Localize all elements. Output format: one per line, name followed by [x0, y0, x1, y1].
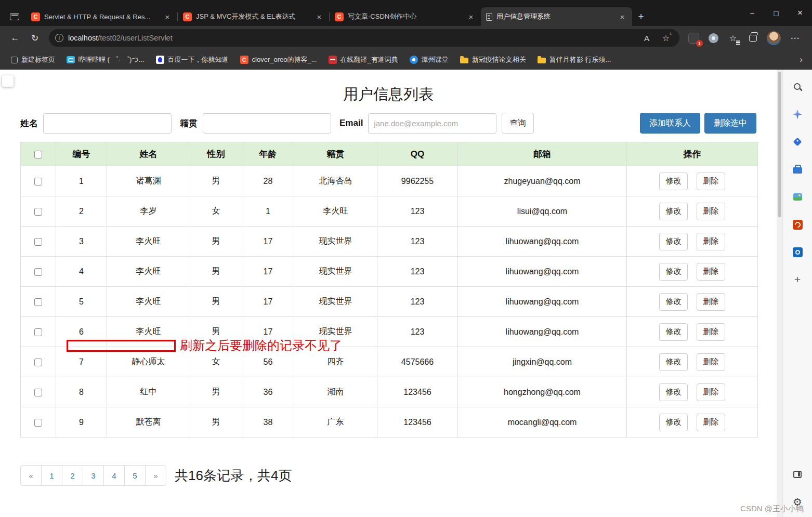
refresh-button[interactable]: ↻: [25, 28, 45, 48]
edit-button[interactable]: 修改: [659, 203, 688, 220]
row-checkbox[interactable]: [34, 359, 42, 366]
cell-id: 2: [56, 196, 107, 227]
delete-button[interactable]: 删除: [697, 263, 725, 281]
bookmark-label: 在线翻译_有道词典: [340, 55, 398, 64]
back-button[interactable]: ←: [5, 28, 25, 48]
cell-name: 李火旺: [107, 287, 190, 317]
edit-button[interactable]: 修改: [659, 414, 688, 431]
maximize-button[interactable]: □: [764, 0, 788, 26]
row-checkbox[interactable]: [34, 389, 42, 396]
new-tab-button[interactable]: +: [632, 8, 650, 25]
extension-round-icon[interactable]: [703, 28, 723, 48]
sidebar-add-button[interactable]: +: [788, 270, 807, 289]
close-button[interactable]: ×: [788, 0, 812, 26]
pagination-prev[interactable]: «: [20, 465, 42, 486]
more-menu-button[interactable]: ⋯: [785, 28, 805, 48]
bookmarks-overflow-icon[interactable]: ›: [796, 55, 806, 65]
row-checkbox[interactable]: [34, 298, 42, 306]
site-info-icon[interactable]: i: [55, 34, 63, 42]
tab-close-icon[interactable]: ×: [466, 12, 476, 21]
bookmark-tanzhou[interactable]: 潭州课堂: [405, 53, 453, 67]
pagination-page[interactable]: 5: [124, 465, 146, 486]
bookmark-youdao[interactable]: 在线翻译_有道词典: [324, 53, 403, 67]
tab-title: 用户信息管理系统: [496, 12, 613, 21]
add-contact-button[interactable]: 添加联系人: [640, 113, 700, 134]
delete-button[interactable]: 删除: [697, 414, 725, 431]
tab-close-icon[interactable]: ×: [315, 12, 324, 21]
collections-button[interactable]: [743, 28, 763, 48]
extension-dark-icon[interactable]: 1: [684, 28, 703, 48]
edit-button[interactable]: 修改: [659, 293, 688, 311]
select-all-checkbox[interactable]: [34, 151, 42, 158]
sidebar-office-button[interactable]: [788, 215, 807, 234]
folder-icon: [538, 58, 546, 63]
page-scrollbar[interactable]: [777, 70, 782, 517]
sidebar-toolbox-button[interactable]: [788, 160, 807, 179]
row-checkbox[interactable]: [34, 178, 42, 185]
minimize-button[interactable]: −: [740, 0, 764, 26]
name-input[interactable]: [43, 113, 172, 134]
cell-qq: 123456: [377, 377, 458, 407]
tab-csdn-editor[interactable]: C 写文章-CSDN创作中心 ×: [330, 7, 481, 26]
delete-selected-button[interactable]: 删除选中: [704, 113, 756, 134]
sidebar-settings-button[interactable]: ⚙: [788, 492, 807, 512]
sidebar-shopping-button[interactable]: [788, 132, 807, 152]
bookmark-folder-covid[interactable]: 新冠疫情论文相关: [455, 53, 531, 67]
favorites-button[interactable]: ☆: [723, 28, 743, 48]
pagination-page[interactable]: 3: [83, 465, 104, 486]
workspaces-button[interactable]: [3, 7, 26, 26]
tab-close-icon[interactable]: ×: [618, 12, 627, 21]
row-checkbox[interactable]: [34, 268, 42, 276]
sidebar-search-button[interactable]: [788, 77, 807, 97]
edit-button[interactable]: 修改: [659, 383, 688, 401]
sidebar-copilot-button[interactable]: [788, 104, 807, 124]
address-bar[interactable]: i localhost/test02/userListServlet A ☆+: [49, 29, 679, 47]
pagination-page[interactable]: 1: [41, 465, 62, 486]
row-checkbox[interactable]: [34, 328, 42, 336]
read-aloud-icon[interactable]: A: [639, 31, 654, 45]
sidebar-panel-button[interactable]: [788, 465, 807, 484]
delete-button[interactable]: 删除: [697, 173, 725, 190]
bookmark-bilibili[interactable]: 哔哩哔哩 ( ゜- ゜)つ...: [62, 53, 149, 67]
tab-servlet-http[interactable]: C Servlet & HTTP & Request & Res... ×: [26, 7, 177, 26]
tab-jsp-mvc[interactable]: C JSP & MVC开发模式 & EL表达式 ×: [178, 7, 329, 26]
sidebar-image-tool-button[interactable]: [788, 187, 807, 207]
delete-button[interactable]: 删除: [697, 383, 725, 401]
table-row: 9 默苍离 男 38 广东 123456 mocangli@qq.com 修改 …: [21, 407, 758, 438]
edit-button[interactable]: 修改: [659, 353, 688, 371]
tab-close-icon[interactable]: ×: [163, 12, 172, 21]
row-checkbox[interactable]: [34, 208, 42, 216]
edit-button[interactable]: 修改: [659, 263, 688, 281]
bookmark-new-tab[interactable]: 新建标签页: [6, 53, 60, 67]
delete-button[interactable]: 删除: [697, 203, 725, 220]
origin-input[interactable]: [203, 113, 331, 134]
url-text: localhost/test02/userListServlet: [68, 34, 173, 42]
email-label: Email: [339, 118, 363, 128]
row-checkbox[interactable]: [34, 238, 42, 246]
sidebar-outlook-button[interactable]: [788, 242, 807, 262]
delete-button[interactable]: 删除: [697, 323, 725, 341]
tab-user-management-active[interactable]: 用户信息管理系统 ×: [481, 7, 632, 26]
add-favorite-icon[interactable]: ☆+: [659, 31, 673, 45]
row-checkbox[interactable]: [34, 419, 42, 427]
cell-origin: 李火旺: [294, 196, 377, 227]
bookmark-baidu[interactable]: 百度一下，你就知道: [151, 53, 233, 67]
pagination-next[interactable]: »: [145, 465, 166, 486]
edit-button[interactable]: 修改: [659, 173, 688, 190]
new-tab-page-icon: [11, 57, 18, 63]
delete-button[interactable]: 删除: [697, 353, 725, 371]
query-button[interactable]: 查询: [502, 113, 534, 134]
bookmark-csdn-blog[interactable]: Cclover_oreo的博客_...: [235, 53, 322, 67]
plus-icon: +: [794, 273, 801, 286]
bookmark-folder-misc[interactable]: 暂伴月将影 行乐须...: [533, 53, 615, 67]
edit-button[interactable]: 修改: [659, 233, 688, 250]
pagination-page[interactable]: 2: [62, 465, 83, 486]
pagination-page[interactable]: 4: [103, 465, 125, 486]
profile-avatar[interactable]: [767, 31, 781, 45]
email-input[interactable]: [368, 113, 496, 134]
delete-button[interactable]: 删除: [697, 233, 725, 250]
cell-origin: 现实世界: [294, 257, 377, 287]
scrollbar-thumb[interactable]: [778, 72, 781, 217]
edit-button[interactable]: 修改: [659, 323, 688, 341]
delete-button[interactable]: 删除: [697, 293, 725, 311]
